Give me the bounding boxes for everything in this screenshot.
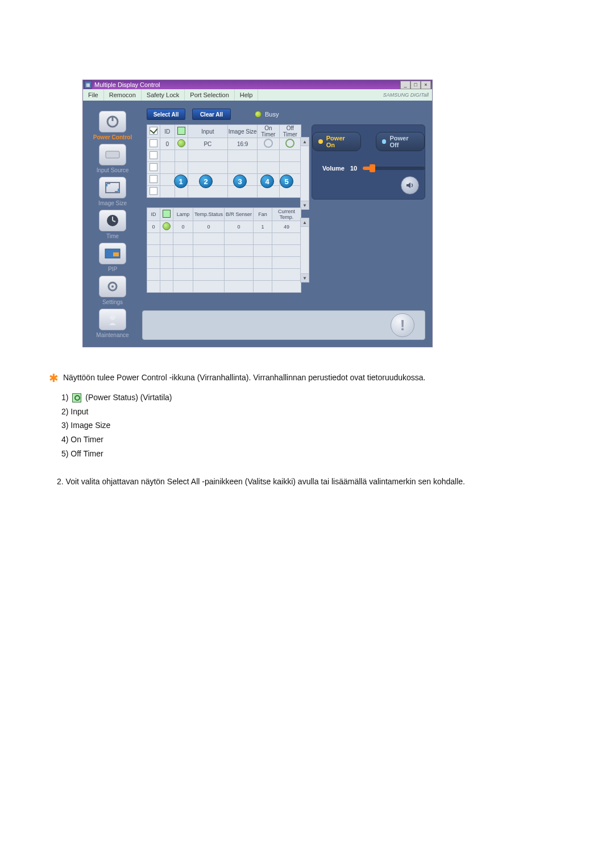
power-on-dot-icon: [318, 139, 323, 144]
power-status-icon: [163, 210, 171, 218]
scroll-up-icon[interactable]: ▲: [301, 138, 309, 146]
intro-text: Näyttöön tulee Power Control -ikkuna (Vi…: [63, 373, 426, 382]
col-input[interactable]: Input: [188, 125, 228, 138]
table-row[interactable]: [147, 150, 301, 162]
callout-2: 2: [199, 175, 213, 188]
sidebar-item-image-size[interactable]: Image Size: [90, 177, 135, 206]
list-item: 4) On Timer: [61, 434, 580, 446]
main-area: Power Control Input Source Image Size: [83, 101, 432, 347]
scroll-down-icon[interactable]: ▼: [301, 273, 309, 282]
list-item: 3) Image Size: [61, 420, 580, 432]
row-checkbox[interactable]: [150, 175, 157, 183]
table-row[interactable]: [147, 162, 301, 174]
brand-label: SAMSUNG DIGITall: [380, 89, 432, 101]
row-checkbox[interactable]: [150, 139, 157, 147]
col-off-timer[interactable]: Off Timer: [279, 125, 301, 138]
scroll-down-icon[interactable]: ▼: [301, 201, 309, 209]
callout-1: 1: [174, 175, 188, 188]
status-bar: !: [142, 310, 425, 340]
table-row[interactable]: 0 0 0 0 1 49: [147, 221, 301, 233]
sidebar-item-time[interactable]: Time: [90, 210, 135, 239]
volume-slider[interactable]: [363, 167, 425, 170]
table-row[interactable]: [147, 245, 301, 257]
minimize-button[interactable]: _: [400, 81, 410, 89]
sidebar-item-input-source[interactable]: Input Source: [90, 144, 135, 173]
menu-remocon[interactable]: Remocon: [104, 89, 142, 101]
power-off-button[interactable]: Power Off: [376, 132, 425, 151]
col2-temp-status[interactable]: Temp.Status: [193, 208, 225, 221]
table-row[interactable]: [147, 257, 301, 269]
app-window: ▦ Multiple Display Control _ □ × File Re…: [82, 80, 433, 347]
row-checkbox[interactable]: [150, 151, 157, 159]
upper-scrollbar[interactable]: ▲ ▼: [300, 137, 309, 210]
col2-id[interactable]: ID: [147, 208, 160, 221]
menu-help[interactable]: Help: [235, 89, 259, 101]
settings-icon: [99, 276, 126, 297]
status-on-icon: [163, 222, 171, 230]
row-checkbox[interactable]: [150, 187, 157, 195]
select-all-button[interactable]: Select All: [147, 109, 185, 120]
close-button[interactable]: ×: [421, 81, 431, 89]
app-icon: ▦: [84, 81, 92, 89]
menu-port-selection[interactable]: Port Selection: [185, 89, 234, 101]
maintenance-icon: [99, 309, 126, 330]
power-status-icon: [177, 127, 185, 135]
on-timer-off-icon: [264, 139, 273, 148]
sidebar-item-power-control[interactable]: Power Control: [90, 111, 135, 140]
table-row[interactable]: [147, 269, 301, 281]
col-checkbox[interactable]: [147, 125, 160, 138]
volume-value: 10: [350, 165, 357, 172]
list-item: 5) Off Timer: [61, 448, 580, 460]
power-on-button[interactable]: Power On: [312, 132, 361, 151]
volume-icon[interactable]: [401, 176, 419, 194]
row-checkbox[interactable]: [150, 163, 157, 171]
warning-icon: !: [391, 313, 414, 337]
busy-indicator: Busy: [255, 111, 279, 118]
power-panel: Power On Power Off Volume 10: [312, 124, 425, 200]
list-item: 2) Input: [61, 406, 580, 418]
sidebar-item-maintenance[interactable]: Maintenance: [90, 309, 135, 338]
col-id[interactable]: ID: [160, 125, 175, 138]
menu-file[interactable]: File: [83, 89, 104, 101]
svg-rect-2: [106, 151, 119, 158]
check-icon: [150, 127, 157, 135]
callout-3: 3: [233, 175, 247, 188]
svg-point-11: [110, 314, 115, 320]
sidebar: Power Control Input Source Image Size: [90, 111, 135, 337]
cell-id: 0: [160, 138, 175, 150]
col2-status[interactable]: [160, 208, 173, 221]
paragraph-2: 2. Voit valita ohjattavan näytön Select …: [57, 476, 580, 488]
star-icon: ✱: [49, 372, 59, 384]
scroll-up-icon[interactable]: ▲: [301, 218, 309, 227]
cell-image-size: 16:9: [228, 138, 258, 150]
lower-scrollbar[interactable]: ▲ ▼: [300, 218, 309, 283]
clear-all-button[interactable]: Clear All: [192, 109, 231, 120]
col2-lamp[interactable]: Lamp: [173, 208, 193, 221]
col-image-size[interactable]: Image Size: [228, 125, 258, 138]
description: ✱ Näyttöön tulee Power Control -ikkuna (…: [49, 369, 580, 488]
pip-icon: [99, 243, 126, 264]
col-status[interactable]: [175, 125, 188, 138]
col-on-timer[interactable]: On Timer: [258, 125, 279, 138]
cell-input: PC: [188, 138, 228, 150]
col2-fan[interactable]: Fan: [254, 208, 272, 221]
menu-safety-lock[interactable]: Safety Lock: [142, 89, 185, 101]
table-row[interactable]: 0 PC 16:9: [147, 138, 301, 150]
input-source-icon: [99, 144, 126, 165]
svg-rect-8: [113, 252, 119, 256]
slider-thumb[interactable]: [370, 164, 375, 172]
content: Select All Clear All Busy ID Inpu: [142, 105, 425, 340]
table-row[interactable]: [147, 281, 301, 293]
sidebar-item-settings[interactable]: Settings: [90, 276, 135, 305]
volume-label: Volume: [322, 165, 345, 172]
busy-label: Busy: [265, 111, 279, 118]
off-timer-off-icon: [285, 139, 294, 148]
list-item: 1) (Power Status) (Virtatila): [61, 392, 580, 404]
col2-current-temp[interactable]: Current Temp.: [272, 208, 301, 221]
callout-4: 4: [260, 175, 274, 188]
maximize-button[interactable]: □: [410, 81, 421, 89]
col2-br-sensor[interactable]: B/R Senser: [225, 208, 254, 221]
time-icon: [99, 210, 126, 231]
sidebar-item-pip[interactable]: PIP: [90, 243, 135, 272]
table-row[interactable]: [147, 233, 301, 245]
